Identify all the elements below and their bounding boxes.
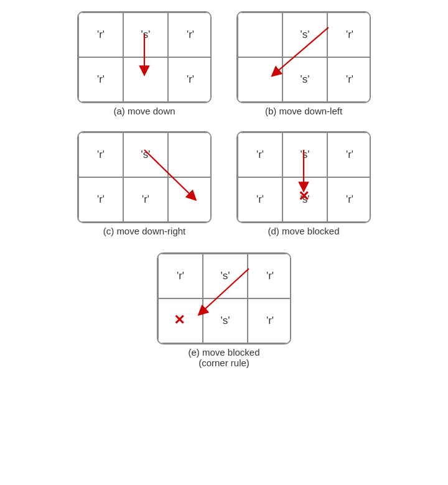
row-3: 'r' 's' 'r' 's' 'r' ✕: [157, 252, 291, 368]
caption-e: (e) move blocked(corner rule): [188, 347, 259, 368]
grid-b: 's' 'r' 's' 'r': [236, 11, 371, 103]
cell: 'r': [327, 12, 371, 57]
cell: 's': [203, 254, 248, 298]
grid-d: 'r' 's' 'r' 'r' 's' 'r': [236, 131, 371, 223]
grid-container-d: 'r' 's' 'r' 'r' 's' 'r' ✕: [236, 131, 371, 221]
cell: 'r': [327, 177, 371, 222]
cell: 's': [203, 298, 248, 343]
diagram-c: 'r' 's' 'r' 'r' (c) move: [77, 131, 212, 236]
cell: 'r': [327, 57, 371, 102]
row-2: 'r' 's' 'r' 'r' (c) move: [77, 131, 371, 236]
cell: 's': [282, 132, 327, 177]
cell: 'r': [158, 254, 203, 298]
cell: 's': [282, 57, 327, 102]
cell: 'r': [327, 132, 371, 177]
cell: 'r': [78, 177, 123, 222]
caption-b: (b) move down-left: [265, 106, 342, 116]
cell: 'r': [238, 132, 282, 177]
grid-c: 'r' 's' 'r' 'r': [77, 131, 212, 223]
cell: [158, 298, 203, 343]
caption-a: (a) move down: [113, 106, 175, 116]
grid-a: 'r' 's' 'r' 'r' 'r': [77, 11, 212, 103]
page-container: 'r' 's' 'r' 'r' 'r' (a) mo: [0, 0, 448, 485]
cell: 's': [123, 132, 168, 177]
grid-container-e: 'r' 's' 'r' 's' 'r' ✕: [157, 252, 291, 342]
diagram-b: 's' 'r' 's' 'r' (b) move down-left: [236, 11, 371, 116]
cell: [168, 177, 212, 222]
cell: 's': [282, 12, 327, 57]
cell: 'r': [168, 57, 212, 102]
diagram-e: 'r' 's' 'r' 's' 'r' ✕: [157, 252, 291, 368]
cell: [238, 12, 282, 57]
cell: 'r': [78, 132, 123, 177]
grid-e: 'r' 's' 'r' 's' 'r': [157, 252, 291, 344]
cell: 'r': [78, 57, 123, 102]
cell: 'r': [78, 12, 123, 57]
caption-c: (c) move down-right: [103, 226, 186, 236]
grid-container-c: 'r' 's' 'r' 'r': [77, 131, 212, 221]
cell: 's': [123, 12, 168, 57]
cell: 'r': [123, 177, 168, 222]
diagram-d: 'r' 's' 'r' 'r' 's' 'r' ✕: [236, 131, 371, 236]
diagram-a: 'r' 's' 'r' 'r' 'r' (a) mo: [77, 11, 212, 116]
cell: 'r': [168, 12, 212, 57]
cell: [123, 57, 168, 102]
cell: 'r': [248, 298, 291, 343]
cell: 's': [282, 177, 327, 222]
cell: 'r': [238, 177, 282, 222]
cell: 'r': [248, 254, 291, 298]
row-1: 'r' 's' 'r' 'r' 'r' (a) mo: [77, 11, 371, 116]
grid-container-a: 'r' 's' 'r' 'r' 'r': [77, 11, 212, 101]
cell: [168, 132, 212, 177]
caption-d: (d) move blocked: [268, 226, 339, 236]
grid-container-b: 's' 'r' 's' 'r': [236, 11, 371, 101]
cell: [238, 57, 282, 102]
